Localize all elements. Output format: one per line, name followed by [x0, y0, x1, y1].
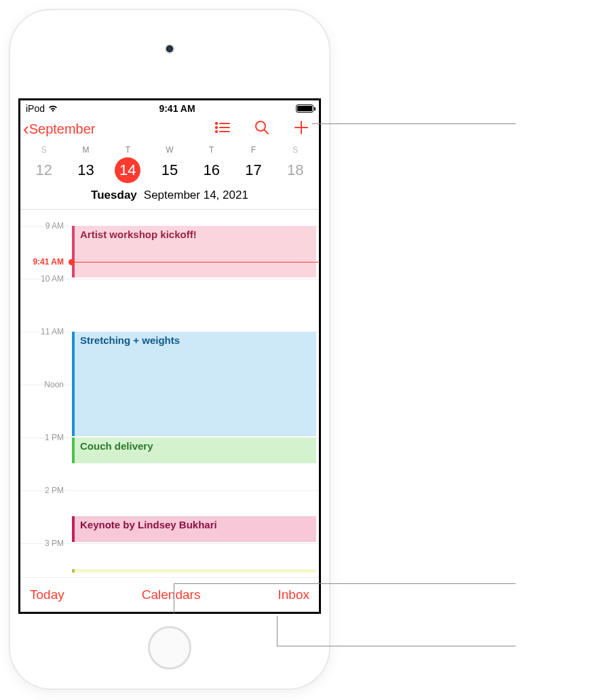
now-dot-icon — [69, 259, 75, 265]
battery-icon — [296, 104, 313, 113]
list-view-icon[interactable] — [214, 121, 231, 137]
dow-label: S — [274, 145, 316, 155]
wifi-icon — [47, 104, 58, 113]
hour-label: 10 AM — [20, 274, 68, 284]
event-block[interactable]: Stretching + weights — [72, 332, 316, 436]
date-cell[interactable]: 18 — [274, 157, 316, 183]
today-button[interactable]: Today — [30, 587, 64, 602]
event-block[interactable]: Artist workshop kickoff! — [72, 226, 316, 277]
svg-point-2 — [216, 127, 217, 128]
event-block[interactable]: Couch delivery — [72, 438, 316, 463]
chevron-left-icon: ‹ — [23, 120, 29, 138]
current-full-date: September 14, 2021 — [144, 189, 248, 201]
hour-label: 9 AM — [20, 221, 68, 231]
calendars-button[interactable]: Calendars — [142, 587, 201, 602]
screen: iPod 9:41 AM ‹ September — [18, 98, 321, 614]
inbox-button[interactable]: Inbox — [278, 587, 309, 602]
event-block[interactable]: Keynote by Lindsey Bukhari — [72, 516, 316, 542]
current-date: TuesdaySeptember 14, 2021 — [20, 189, 319, 209]
dow-label: T — [107, 145, 149, 155]
carrier-label: iPod — [26, 103, 45, 114]
date-cell[interactable]: 15 — [149, 157, 191, 183]
callout-line — [277, 616, 278, 646]
device-frame: iPod 9:41 AM ‹ September — [10, 10, 329, 688]
dow-label: F — [233, 145, 275, 155]
timeline[interactable]: 9 AM 10 AM 11 AM Noon 1 PM 2 PM 3 PM Art… — [20, 210, 319, 579]
back-label: September — [29, 121, 96, 137]
callout-line — [312, 123, 516, 124]
callout-line — [174, 583, 516, 584]
callout-line — [277, 646, 516, 646]
hour-label: 11 AM — [20, 327, 68, 336]
hour-label: Noon — [20, 380, 68, 389]
home-button[interactable] — [148, 626, 191, 669]
svg-point-4 — [216, 131, 217, 132]
status-time: 9:41 AM — [159, 103, 195, 114]
hour-label: 1 PM — [20, 433, 68, 442]
dow-label: M — [65, 145, 107, 155]
hour-label: 3 PM — [20, 539, 68, 548]
date-cell-selected[interactable]: 14 — [107, 157, 149, 183]
front-camera — [165, 44, 174, 54]
date-cell[interactable]: 12 — [23, 157, 65, 183]
add-icon[interactable] — [293, 119, 309, 138]
bottom-toolbar: Today Calendars Inbox — [20, 577, 319, 612]
event-strip[interactable] — [72, 569, 316, 572]
current-day-name: Tuesday — [91, 189, 137, 201]
dow-label: S — [23, 145, 65, 155]
status-bar: iPod 9:41 AM — [20, 100, 319, 115]
date-cell[interactable]: 17 — [233, 157, 275, 183]
dow-label: W — [149, 145, 191, 155]
search-icon[interactable] — [254, 119, 270, 138]
now-time-label: 9:41 AM — [20, 257, 68, 267]
back-button[interactable]: ‹ September — [23, 120, 96, 138]
date-cell[interactable]: 13 — [65, 157, 107, 183]
date-cell[interactable]: 16 — [191, 157, 233, 183]
now-line — [72, 262, 319, 262]
week-dates: 12 13 14 15 16 17 18 — [20, 155, 319, 189]
nav-bar: ‹ September — [20, 115, 319, 145]
callout-line — [174, 583, 174, 613]
svg-point-0 — [216, 123, 217, 124]
dow-label: T — [191, 145, 233, 155]
day-of-week-header: S M T W T F S — [20, 145, 319, 155]
svg-line-7 — [265, 130, 269, 134]
hour-label: 2 PM — [20, 486, 68, 495]
